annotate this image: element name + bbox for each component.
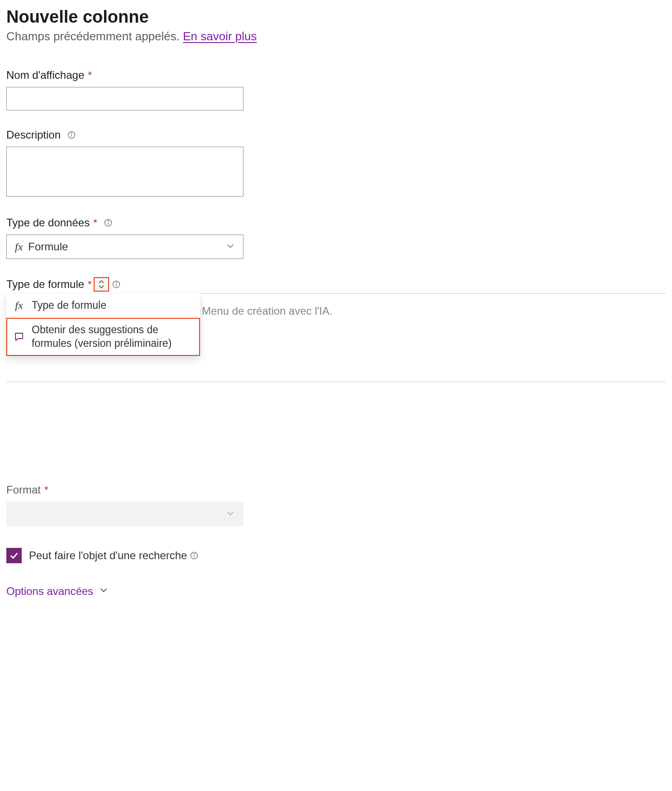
- searchable-label-text: Peut faire l'objet d'une recherche: [29, 549, 187, 562]
- subtitle-text: Champs précédemment appelés.: [6, 29, 183, 43]
- svg-point-2: [71, 133, 71, 134]
- searchable-checkbox[interactable]: [6, 548, 22, 563]
- svg-point-8: [116, 283, 116, 283]
- chat-icon: [13, 331, 25, 342]
- formula-type-split-button[interactable]: [94, 277, 109, 292]
- info-icon[interactable]: [190, 551, 199, 560]
- learn-more-link[interactable]: En savoir plus: [183, 29, 257, 43]
- required-mark: *: [93, 217, 97, 229]
- format-label-text: Format: [6, 484, 41, 496]
- searchable-row: Peut faire l'objet d'une recherche: [6, 548, 666, 563]
- description-label-text: Description: [6, 129, 61, 141]
- description-label: Description: [6, 129, 666, 141]
- searchable-label: Peut faire l'objet d'une recherche: [29, 549, 199, 562]
- display-name-input[interactable]: [6, 87, 243, 110]
- format-label: Format *: [6, 484, 666, 496]
- data-type-selected: Formule: [28, 240, 68, 253]
- data-type-label: Type de données *: [6, 216, 666, 229]
- format-group: Format *: [6, 484, 666, 526]
- required-mark: *: [88, 278, 92, 290]
- formula-type-label-text: Type de formule: [6, 278, 84, 291]
- dropdown-item-formula-type[interactable]: fx Type de formule: [6, 293, 200, 318]
- formula-type-dropdown: fx Type de formule Obtenir des suggestio…: [6, 293, 200, 356]
- fx-icon: fx: [13, 299, 25, 312]
- advanced-options-label: Options avancées: [6, 585, 93, 598]
- data-type-group: Type de données * fx Formule: [6, 216, 666, 259]
- formula-type-group: Type de formule* Menu de création avec l…: [6, 277, 666, 382]
- required-mark: *: [88, 69, 92, 81]
- display-name-label: Nom d'affichage *: [6, 69, 666, 81]
- chevron-down-icon: [99, 585, 109, 598]
- description-input[interactable]: [6, 147, 243, 197]
- info-icon[interactable]: [112, 280, 121, 289]
- formula-type-label: Type de formule*: [6, 278, 92, 291]
- info-icon[interactable]: [104, 218, 113, 227]
- required-mark: *: [44, 484, 48, 496]
- formula-editor-placeholder: Menu de création avec l'IA.: [202, 305, 333, 317]
- data-type-select[interactable]: fx Formule: [6, 235, 243, 259]
- dropdown-item-suggestions[interactable]: Obtenir des suggestions de formules (ver…: [6, 318, 200, 356]
- advanced-options-toggle[interactable]: Options avancées: [6, 585, 666, 598]
- data-type-label-text: Type de données: [6, 216, 90, 229]
- svg-point-5: [108, 221, 108, 221]
- info-icon[interactable]: [67, 130, 76, 139]
- display-name-group: Nom d'affichage *: [6, 69, 666, 110]
- description-group: Description: [6, 129, 666, 198]
- panel-title: Nouvelle colonne: [6, 7, 666, 27]
- format-select[interactable]: [6, 502, 243, 526]
- display-name-label-text: Nom d'affichage: [6, 69, 84, 81]
- fx-icon: fx: [15, 241, 23, 253]
- dropdown-item-label: Type de formule: [32, 299, 106, 312]
- dropdown-item-label: Obtenir des suggestions de formules (ver…: [32, 323, 194, 350]
- svg-point-11: [194, 554, 195, 554]
- panel-subtitle: Champs précédemment appelés. En savoir p…: [6, 29, 666, 43]
